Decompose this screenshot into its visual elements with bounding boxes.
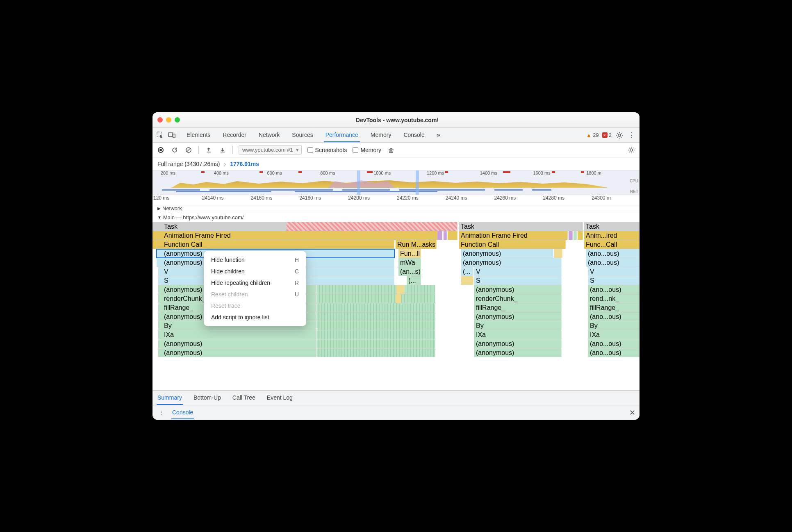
flame-animation-frame[interactable]: Animation Frame Fired bbox=[152, 231, 437, 240]
screenshots-checkbox[interactable]: Screenshots bbox=[307, 147, 347, 153]
clear-button[interactable] bbox=[184, 146, 193, 154]
main-tabbar: Elements Recorder Network Sources Perfor… bbox=[152, 128, 640, 143]
detail-tabs: Summary Bottom-Up Call Tree Event Log bbox=[152, 390, 640, 405]
flame-function-call[interactable]: Function Call bbox=[152, 240, 394, 249]
kebab-menu-icon[interactable]: ⋮ bbox=[627, 131, 636, 140]
record-button[interactable] bbox=[157, 146, 165, 154]
tab-call-tree[interactable]: Call Tree bbox=[232, 391, 256, 405]
capture-settings-gear-icon[interactable] bbox=[627, 146, 635, 154]
ctx-hide-function[interactable]: Hide functionH bbox=[204, 254, 306, 266]
svg-line-5 bbox=[187, 148, 190, 152]
flame-context-menu: Hide functionH Hide childrenC Hide repea… bbox=[204, 251, 306, 326]
profile-select[interactable]: www.youtube.com #1 bbox=[239, 145, 302, 155]
memory-checkbox[interactable]: Memory bbox=[353, 147, 381, 153]
svg-rect-2 bbox=[173, 134, 175, 138]
garbage-collect-icon[interactable] bbox=[387, 146, 395, 154]
tab-performance[interactable]: Performance bbox=[324, 128, 360, 142]
main-track-header[interactable]: ▼Main — https://www.youtube.com/ bbox=[152, 213, 640, 222]
reload-record-button[interactable] bbox=[171, 146, 179, 154]
svg-point-6 bbox=[630, 149, 633, 151]
tab-event-log[interactable]: Event Log bbox=[266, 391, 294, 405]
drawer-tab-console[interactable]: Console bbox=[171, 406, 194, 419]
tab-elements[interactable]: Elements bbox=[185, 128, 212, 142]
range-breadcrumb: Full range (34307.26ms) › 1776.91ms bbox=[152, 157, 640, 171]
chevron-right-icon: › bbox=[224, 161, 226, 167]
window-title: DevTools - www.youtube.com/ bbox=[159, 117, 635, 123]
timeline-overview[interactable]: 200 ms400 ms600 ms 800 ms1000 ms1200 ms … bbox=[152, 171, 640, 195]
overview-handle-left[interactable] bbox=[357, 171, 360, 195]
ctx-reset-trace: Reset trace bbox=[204, 300, 306, 311]
perf-toolbar: www.youtube.com #1 Screenshots Memory bbox=[152, 143, 640, 157]
ctx-hide-repeating[interactable]: Hide repeating childrenR bbox=[204, 277, 306, 289]
inspect-icon[interactable] bbox=[156, 131, 165, 140]
tab-sources[interactable]: Sources bbox=[290, 128, 314, 142]
more-tabs-icon[interactable]: » bbox=[435, 128, 442, 142]
detail-ruler[interactable]: 120 ms24140 ms24160 ms 24180 ms24200 ms2… bbox=[152, 195, 640, 204]
settings-gear-icon[interactable] bbox=[615, 131, 624, 140]
errors-count: 2 bbox=[609, 132, 612, 138]
drawer-kebab-icon[interactable]: ⋮ bbox=[157, 408, 166, 417]
ctx-reset-children: Reset childrenU bbox=[204, 289, 306, 300]
console-drawer: ⋮ Console ✕ bbox=[152, 405, 640, 420]
errors-badge[interactable]: ✕2 bbox=[602, 132, 612, 138]
overview-handle-right[interactable] bbox=[416, 171, 419, 195]
svg-rect-1 bbox=[168, 133, 173, 136]
flame-chart[interactable]: Task Animation Frame Fired Function Call… bbox=[152, 222, 640, 390]
tab-bottom-up[interactable]: Bottom-Up bbox=[193, 391, 222, 405]
panel-tabs: Elements Recorder Network Sources Perfor… bbox=[185, 128, 442, 142]
download-icon[interactable] bbox=[218, 146, 227, 154]
ctx-ignore-list[interactable]: Add script to ignore list bbox=[204, 311, 306, 323]
titlebar: DevTools - www.youtube.com/ bbox=[152, 112, 640, 128]
warnings-count: 29 bbox=[593, 132, 599, 138]
devtools-window: DevTools - www.youtube.com/ Elements Rec… bbox=[152, 112, 640, 420]
full-range-label[interactable]: Full range (34307.26ms) bbox=[157, 161, 220, 167]
upload-icon[interactable] bbox=[205, 146, 213, 154]
network-track-header[interactable]: ▶Network bbox=[152, 204, 640, 213]
tab-console[interactable]: Console bbox=[402, 128, 426, 142]
tab-memory[interactable]: Memory bbox=[369, 128, 393, 142]
drawer-close-icon[interactable]: ✕ bbox=[629, 408, 635, 417]
warnings-badge[interactable]: ▲29 bbox=[586, 132, 599, 139]
svg-point-3 bbox=[618, 134, 621, 136]
tab-network[interactable]: Network bbox=[257, 128, 281, 142]
selected-range-label[interactable]: 1776.91ms bbox=[230, 161, 259, 167]
ctx-hide-children[interactable]: Hide childrenC bbox=[204, 266, 306, 277]
device-toggle-icon[interactable] bbox=[167, 131, 176, 140]
tab-recorder[interactable]: Recorder bbox=[221, 128, 248, 142]
tab-summary[interactable]: Summary bbox=[157, 391, 183, 405]
